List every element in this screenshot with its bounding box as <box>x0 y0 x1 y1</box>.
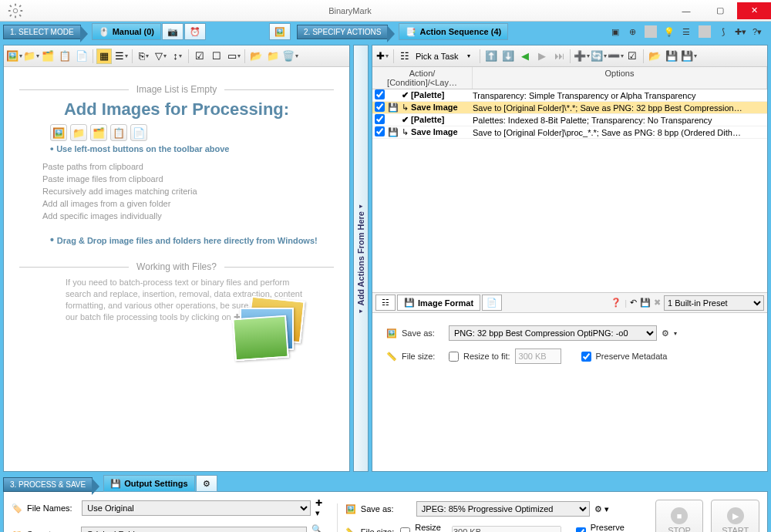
insert-button[interactable]: ➕ <box>574 49 589 64</box>
paste-image-button[interactable]: 📋 <box>57 49 72 64</box>
screen-icon[interactable]: ▣ <box>609 25 621 38</box>
resize-checkbox[interactable] <box>449 352 459 362</box>
bulb-icon[interactable]: 💡 <box>663 25 675 38</box>
nav-next-button[interactable]: ▶ <box>534 49 550 64</box>
subtab-tree[interactable]: ☷ <box>375 295 396 311</box>
saveas-label: Save as: <box>402 328 444 338</box>
view-grid-button[interactable]: ▦ <box>96 49 112 64</box>
saveto-select[interactable]: Original Folder <box>81 527 307 532</box>
row-checkbox[interactable] <box>375 102 385 112</box>
tab-action-sequence[interactable]: 📑 Action Sequence (4) <box>399 23 508 40</box>
add-image-button[interactable]: 🖼️ <box>6 49 22 64</box>
left-toolbar: 🖼️ 📁 🗂️ 📋 📄 ▦ ☰ ⎘ ▽ ↕ ☑ ☐ ▭ 📂 📁 🗑️ <box>4 45 349 67</box>
copy-button[interactable]: ⎘ <box>136 49 151 64</box>
sort-button[interactable]: ↕ <box>170 49 185 64</box>
plus-icon[interactable]: ✚▾ <box>734 25 746 38</box>
action-row[interactable]: 💾↳ Save ImageSave to [Original Folder]\p… <box>372 126 767 139</box>
help-small-icon[interactable]: ❓ <box>611 298 621 308</box>
gear-icon[interactable] <box>0 0 31 22</box>
target-icon[interactable]: ⊕ <box>626 25 638 38</box>
uncheck-button[interactable]: ☐ <box>209 49 224 64</box>
remove-button[interactable]: 🗑️ <box>282 49 298 64</box>
minimize-button[interactable]: — <box>669 2 703 19</box>
b-gear-icon[interactable]: ⚙ ▾ <box>594 504 609 514</box>
filenames-select[interactable]: Use Original <box>82 500 311 516</box>
stop-button[interactable]: ■ STOP <box>655 500 704 532</box>
row-checkbox[interactable] <box>375 126 385 136</box>
b-preserve-checkbox[interactable] <box>576 527 586 533</box>
undo-icon[interactable]: ↶ <box>630 298 637 308</box>
pick-task-label[interactable]: Pick a Task <box>414 52 460 61</box>
hint-icon-4: 📋 <box>110 124 127 141</box>
drag-message: • Drag & Drop image files and folders he… <box>50 233 334 247</box>
wifi-icon[interactable]: ⟆ <box>717 25 729 38</box>
row-checkbox[interactable] <box>375 114 385 124</box>
save-as-button[interactable]: 💾 <box>681 49 696 64</box>
pick-task-dd[interactable]: ▾ <box>461 49 476 64</box>
help-icon[interactable]: ?▾ <box>751 25 763 38</box>
filter-button[interactable]: ▽ <box>153 49 168 64</box>
b-filesize-icon: 📏 <box>345 527 356 533</box>
action-row[interactable]: ✔ [Palette]Palettes: Indexed 8-Bit Palet… <box>372 114 767 126</box>
b-resize-checkbox[interactable] <box>400 527 410 533</box>
close-button[interactable]: ✕ <box>737 2 771 19</box>
cursor-icon: 🖱️ <box>99 27 109 37</box>
nav-back-button[interactable]: ◀ <box>517 49 533 64</box>
list-icon[interactable]: ☰ <box>680 25 692 38</box>
duplicate-button[interactable]: 🔄 <box>591 49 606 64</box>
task-list-icon: ☷ <box>397 49 412 64</box>
titlebar: BinaryMark — ▢ ✕ <box>0 0 771 22</box>
size-input[interactable] <box>515 348 561 364</box>
paste-path-button[interactable]: 📄 <box>74 49 89 64</box>
saveas-select[interactable]: PNG: 32 bpp Best Compression OptiPNG: -o… <box>449 325 657 341</box>
add-actions-bar[interactable]: ▸ Add Actions From Here ▸ <box>353 45 369 472</box>
preserve-checkbox[interactable] <box>581 352 591 362</box>
add-action-button[interactable]: ✚ <box>375 49 390 64</box>
tab-camera[interactable]: 📷 <box>162 23 183 40</box>
open-button[interactable]: 📂 <box>248 49 264 64</box>
row-checkbox[interactable] <box>375 89 385 99</box>
save-button[interactable]: 💾 <box>664 49 679 64</box>
add-recursive-button[interactable]: 🗂️ <box>40 49 56 64</box>
top-tabrow: 1. SELECT MODE 🖱️ Manual (0) 📷 ⏰ 🖼️ 2. S… <box>0 22 771 42</box>
b-filesize-label: File size: <box>361 527 396 532</box>
bottom-section: 3. PROCESS & SAVE 💾 Output Settings ⚙ 🏷️… <box>0 475 771 532</box>
maximize-button[interactable]: ▢ <box>703 2 737 19</box>
delete-action-button[interactable]: ➖ <box>608 49 623 64</box>
check-button[interactable]: ☑ <box>192 49 207 64</box>
save-preset-icon[interactable]: 💾 <box>640 298 651 308</box>
dd-small-icon[interactable]: ▾ <box>674 330 677 337</box>
row-name: ✔ [Palette] <box>400 90 473 100</box>
b-size-input[interactable] <box>452 526 561 532</box>
files-legend: Working with Files? <box>129 261 224 272</box>
load-button[interactable]: 📂 <box>647 49 662 64</box>
check-all-button[interactable]: ☑ <box>625 49 640 64</box>
subtab-image-format[interactable]: 💾 Image Format <box>397 295 480 311</box>
saveto-opts-icon[interactable]: 🔍 ▾ <box>311 524 329 532</box>
hints-list: Paste paths from clipboard Paste image f… <box>42 160 334 222</box>
row-name: ✔ [Palette] <box>400 115 473 125</box>
image-preview-stack <box>234 298 311 360</box>
move-down-button[interactable]: ⬇️ <box>500 49 516 64</box>
gear-small-icon[interactable]: ⚙ <box>662 328 669 338</box>
folder-action-button[interactable]: 📁 <box>265 49 281 64</box>
start-button[interactable]: ▶ START <box>711 500 759 532</box>
tab-clock[interactable]: ⏰ <box>184 23 206 40</box>
tab-picture[interactable]: 🖼️ <box>269 23 291 40</box>
subtab-notes[interactable]: 📄 <box>482 295 502 311</box>
view-list-button[interactable]: ☰ <box>113 49 129 64</box>
tab-manual[interactable]: 🖱️ Manual (0) <box>92 23 161 40</box>
add-folder-button[interactable]: 📁 <box>23 49 39 64</box>
preset-select[interactable]: 1 Built-in Preset <box>664 295 764 311</box>
select-button[interactable]: ▭ <box>226 49 241 64</box>
action-row[interactable]: ✔ [Palette]Transparency: Simple Transpar… <box>372 89 767 102</box>
nav-skip-button[interactable]: ⏭ <box>551 49 567 64</box>
filenames-opts-icon[interactable]: ✚ ▾ <box>315 498 329 518</box>
b-saveas-select[interactable]: JPEG: 85% Progressive Optimized <box>416 501 590 517</box>
move-up-button[interactable]: ⬆️ <box>483 49 499 64</box>
tab-manual-label: Manual (0) <box>113 27 154 36</box>
action-row[interactable]: 💾↳ Save ImageSave to [Original Folder]\*… <box>372 102 767 114</box>
tab-gear[interactable]: ⚙ <box>196 475 217 492</box>
delete-preset-icon[interactable]: ✖ <box>654 298 661 308</box>
tab-output-settings[interactable]: 💾 Output Settings <box>103 475 195 492</box>
